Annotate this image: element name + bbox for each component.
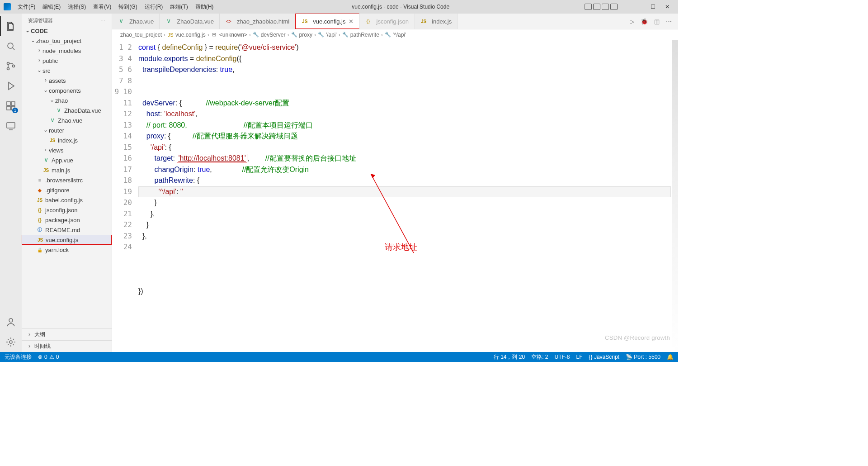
explorer-sidebar: 资源管理器 ⋯ CODE zhao_tou_project node_modul… — [22, 14, 112, 352]
window-controls: — ☐ ✕ — [631, 3, 675, 10]
menu-help[interactable]: 帮助(H) — [192, 2, 217, 12]
tab-zhao[interactable]: VZhao.vue — [112, 14, 160, 29]
tree-router[interactable]: router — [22, 125, 112, 135]
status-encoding[interactable]: UTF-8 — [555, 354, 570, 360]
svg-rect-8 — [7, 123, 15, 128]
tab-zhaobiao[interactable]: <>zhao_zhaobiao.html — [220, 14, 295, 29]
tree-src[interactable]: src — [22, 66, 112, 76]
tree-zhaovue[interactable]: VZhao.vue — [22, 115, 112, 125]
activity-scm[interactable] — [0, 56, 22, 76]
tree-readme[interactable]: ⓘREADME.md — [22, 225, 112, 235]
close-button[interactable]: ✕ — [664, 3, 671, 10]
svg-rect-5 — [11, 102, 15, 105]
tree-vueconfig[interactable]: JSvue.config.js — [22, 235, 112, 245]
status-bar: 无设备连接 ⊗0 ⚠0 行 14，列 20 空格: 2 UTF-8 LF {} … — [0, 352, 678, 362]
menu-edit[interactable]: 编辑(E) — [39, 2, 64, 12]
tree-package[interactable]: {}package.json — [22, 215, 112, 225]
tree-babel[interactable]: JSbabel.config.js — [22, 195, 112, 205]
menu-file[interactable]: 文件(F) — [14, 2, 38, 12]
more-icon[interactable]: ⋯ — [666, 18, 672, 25]
menu-terminal[interactable]: 终端(T) — [167, 2, 191, 12]
close-icon[interactable]: ✕ — [349, 18, 354, 25]
annotation-label: 请求地址 — [385, 242, 417, 253]
timeline-section[interactable]: 时间线 — [22, 340, 112, 352]
menu-selection[interactable]: 选择(S) — [65, 2, 89, 12]
debug-icon[interactable]: 🐞 — [641, 18, 648, 25]
extensions-badge: 1 — [12, 108, 18, 113]
status-problems[interactable]: ⊗0 ⚠0 — [38, 354, 59, 360]
tree-project[interactable]: zhao_tou_project — [22, 36, 112, 46]
explorer-title: 资源管理器 — [28, 17, 53, 24]
split-icon[interactable]: ◫ — [654, 18, 660, 25]
editor-area: VZhao.vue VZhaoData.vue <>zhao_zhaobiao.… — [112, 14, 678, 352]
tree-browserslist[interactable]: ≡.browserslistrc — [22, 175, 112, 185]
svg-point-3 — [13, 65, 15, 67]
tree-public[interactable]: public — [22, 56, 112, 66]
svg-line-11 — [371, 174, 414, 253]
status-eol[interactable]: LF — [576, 354, 583, 360]
tab-zhaodata[interactable]: VZhaoData.vue — [160, 14, 220, 29]
menu-bar: 文件(F) 编辑(E) 选择(S) 查看(V) 转到(G) 运行(R) 终端(T… — [14, 2, 217, 12]
annotation-arrow — [351, 162, 425, 274]
tree-views[interactable]: views — [22, 145, 112, 155]
activity-debug[interactable] — [0, 76, 22, 96]
tree-zhao[interactable]: zhao — [22, 95, 112, 105]
tree-gitignore[interactable]: ◆.gitignore — [22, 185, 112, 195]
tree-zhaodata[interactable]: VZhaoData.vue — [22, 105, 112, 115]
line-gutter: 1 2 3 4 5 6 7 8 9 10 11 12 13 14 15 16 1… — [112, 40, 138, 352]
minimap[interactable] — [672, 40, 678, 352]
svg-point-9 — [9, 319, 13, 322]
activity-extensions[interactable]: 1 — [0, 96, 22, 116]
tree-appvue[interactable]: VApp.vue — [22, 155, 112, 165]
menu-go[interactable]: 转到(G) — [115, 2, 140, 12]
status-position[interactable]: 行 14，列 20 — [494, 353, 525, 361]
activity-account[interactable] — [0, 312, 22, 332]
explorer-more-icon[interactable]: ⋯ — [100, 18, 105, 24]
status-spaces[interactable]: 空格: 2 — [531, 353, 548, 361]
svg-marker-12 — [371, 174, 375, 178]
maximize-button[interactable]: ☐ — [649, 3, 656, 10]
tab-indexjs[interactable]: JSindex.js — [415, 14, 458, 29]
tree-mainjs[interactable]: JSmain.js — [22, 165, 112, 175]
outline-section[interactable]: 大纲 — [22, 328, 112, 340]
minimize-button[interactable]: — — [635, 3, 642, 10]
layout-controls[interactable] — [585, 4, 618, 10]
menu-view[interactable]: 查看(V) — [90, 2, 114, 12]
editor-tabs: VZhao.vue VZhaoData.vue <>zhao_zhaobiao.… — [112, 14, 678, 29]
vscode-icon — [4, 3, 11, 10]
breadcrumb[interactable]: zhao_tou_project› JSvue.config.js› ⊟<unk… — [112, 29, 678, 40]
tree-node-modules[interactable]: node_modules — [22, 46, 112, 56]
tab-jsconfig[interactable]: {}jsconfig.json — [359, 14, 415, 29]
svg-rect-4 — [7, 102, 10, 105]
svg-point-1 — [7, 62, 9, 65]
tree-assets[interactable]: assets — [22, 76, 112, 86]
run-icon[interactable]: ▷ — [630, 18, 634, 25]
status-remote[interactable]: 无设备连接 — [5, 353, 32, 361]
status-bell-icon[interactable]: 🔔 — [667, 354, 674, 360]
window-title: vue.config.js - code - Visual Studio Cod… — [217, 4, 585, 10]
file-tree: CODE zhao_tou_project node_modules publi… — [22, 26, 112, 328]
status-liveserver[interactable]: 📡 Port : 5500 — [626, 354, 660, 360]
svg-point-10 — [9, 341, 12, 343]
svg-point-0 — [8, 43, 13, 48]
svg-point-2 — [7, 68, 9, 70]
title-bar: 文件(F) 编辑(E) 选择(S) 查看(V) 转到(G) 运行(R) 终端(T… — [0, 0, 678, 14]
activity-bar: 1 — [0, 14, 22, 352]
menu-run[interactable]: 运行(R) — [142, 2, 166, 12]
activity-settings[interactable] — [0, 332, 22, 352]
code-editor[interactable]: const { defineConfig } = require('@vue/c… — [138, 40, 672, 352]
tree-jsconfig[interactable]: {}jsconfig.json — [22, 205, 112, 215]
activity-search[interactable] — [0, 36, 22, 56]
status-language[interactable]: {} JavaScript — [589, 354, 619, 360]
activity-explorer[interactable] — [0, 16, 22, 36]
tree-root[interactable]: CODE — [22, 26, 112, 36]
svg-rect-6 — [7, 106, 10, 110]
activity-remote[interactable] — [0, 116, 22, 136]
tab-vueconfig[interactable]: JSvue.config.js✕ — [295, 14, 359, 29]
tree-router-index[interactable]: JSindex.js — [22, 135, 112, 145]
tree-yarnlock[interactable]: 🔒yarn.lock — [22, 245, 112, 255]
tree-components[interactable]: components — [22, 86, 112, 95]
